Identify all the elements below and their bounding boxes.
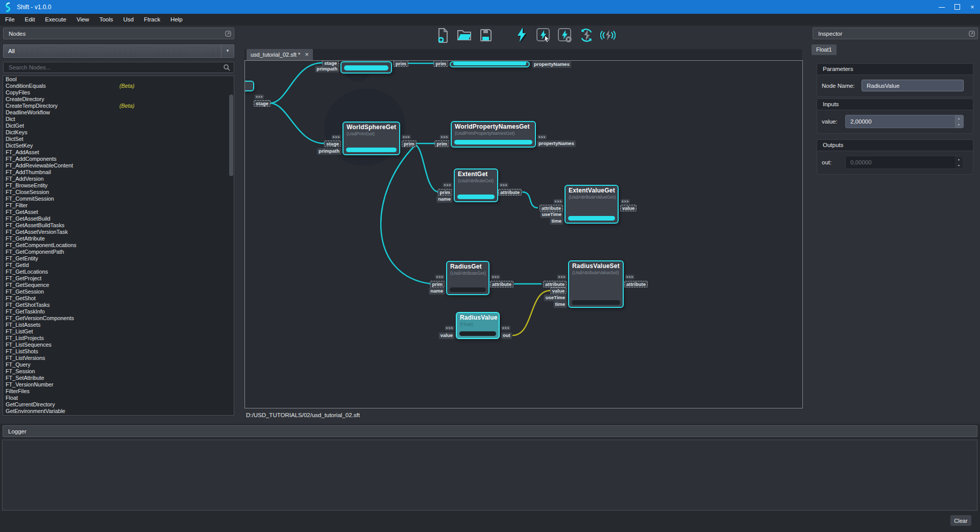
node-type-item[interactable]: FT_ListVersions: [3, 355, 234, 361]
wire[interactable]: [381, 146, 431, 284]
port-propertyNames[interactable]: propertyNames: [532, 61, 571, 68]
node-type-item[interactable]: FT_AddVersion: [3, 176, 234, 182]
exec-port[interactable]: >>>: [443, 183, 452, 187]
port-value[interactable]: value: [550, 287, 567, 294]
exec-port[interactable]: >>>: [491, 275, 500, 279]
port-primpath[interactable]: primpath: [317, 148, 341, 155]
port-prim[interactable]: prim: [402, 140, 416, 147]
node-type-item[interactable]: DictSetKey: [3, 142, 234, 149]
tab-usd-tutorial-02[interactable]: usd_tutorial_02.sft * ×: [247, 49, 313, 60]
node-type-item[interactable]: FT_AddThumbnail: [3, 169, 234, 176]
graph-node-ExtentValueGet[interactable]: ExtentValueGet(UsdAttributeValueGet): [565, 185, 619, 224]
node-type-item[interactable]: CreateTempDirectory(Beta): [3, 103, 234, 109]
save-graph-icon[interactable]: [478, 27, 494, 43]
close-button[interactable]: ×: [965, 0, 980, 14]
node-type-item[interactable]: FT_GetShotTasks: [3, 302, 234, 308]
node-type-item[interactable]: FT_ListAssets: [3, 322, 234, 328]
node-type-item[interactable]: FT_CloseSession: [3, 189, 234, 196]
node-type-item[interactable]: FT_GetShot: [3, 295, 234, 302]
node-type-item[interactable]: FT_AddComponents: [3, 156, 234, 162]
node-type-item[interactable]: FT_GetSequence: [3, 282, 234, 288]
node-type-item[interactable]: FT_ListSequences: [3, 342, 234, 348]
menu-usd[interactable]: Usd: [118, 14, 139, 26]
undock-icon[interactable]: [225, 31, 231, 37]
port-attribute[interactable]: attribute: [624, 281, 648, 287]
node-type-item[interactable]: CreateDirectory: [3, 96, 234, 103]
node-type-item[interactable]: FT_GetProject: [3, 275, 234, 282]
port-value[interactable]: value: [439, 332, 454, 339]
exec-port[interactable]: >>>: [557, 275, 567, 279]
port-time[interactable]: time: [550, 218, 563, 225]
menu-ftrack[interactable]: Ftrack: [139, 14, 165, 26]
node-type-item[interactable]: FT_AddReviewableContent: [3, 162, 234, 169]
exec-port[interactable]: >>>: [402, 135, 411, 139]
wire[interactable]: [522, 192, 538, 208]
menu-file[interactable]: File: [0, 14, 20, 26]
port-prim[interactable]: prim: [434, 140, 449, 147]
menu-tools[interactable]: Tools: [94, 14, 118, 26]
node-type-item[interactable]: DictGet: [3, 123, 234, 129]
node-type-item[interactable]: GetCurrentDirectory: [3, 401, 234, 408]
execute-icon[interactable]: [514, 27, 530, 43]
node-graph-canvas[interactable]: >>>stagestageprimpath>>>primprimproperty…: [244, 60, 803, 408]
menu-view[interactable]: View: [71, 14, 94, 26]
graph-node-ExtentGet[interactable]: ExtentGet(UsdAttributeGet): [454, 168, 498, 202]
node-type-item[interactable]: FT_GetAttribute: [3, 235, 234, 242]
node-type-item[interactable]: FT_GetAssetVersionTask: [3, 229, 234, 235]
spinner-buttons[interactable]: ▲▼: [954, 115, 963, 128]
search-nodes-input[interactable]: Search Nodes...: [3, 62, 234, 73]
node-type-item[interactable]: CopyFiles: [3, 89, 234, 96]
node-filter-dropdown[interactable]: All ▼: [3, 44, 234, 58]
node-type-item[interactable]: FT_GetTaskInfo: [3, 308, 234, 315]
graph-node-WorldSphereGet[interactable]: WorldSphereGet(UsdPrimGet): [342, 122, 400, 155]
node-type-item[interactable]: DeadlineWorkflow: [3, 109, 234, 116]
graph-node-WorldPropertyNamesGet[interactable]: WorldPropertyNamesGet(UsdPrimPropertyNam…: [451, 121, 536, 148]
port-stage[interactable]: stage: [254, 100, 271, 107]
graph-node-RadiusValueSet[interactable]: RadiusValueSet(UsdAttributeValueSet): [568, 260, 624, 308]
port-prim[interactable]: prim: [433, 60, 448, 67]
open-graph-icon[interactable]: [457, 27, 472, 43]
minimize-button[interactable]: —: [934, 0, 949, 14]
node-type-item[interactable]: FT_Query: [3, 361, 234, 368]
node-type-item[interactable]: Float: [3, 395, 234, 401]
node-type-item[interactable]: ConditionEquals(Beta): [3, 83, 234, 89]
wire[interactable]: [415, 144, 439, 192]
node-type-item[interactable]: FT_ListGet: [3, 328, 234, 335]
wire[interactable]: [270, 103, 325, 143]
port-name[interactable]: name: [436, 196, 452, 203]
node-type-item[interactable]: FT_GetComponentLocations: [3, 242, 234, 249]
port-attribute[interactable]: attribute: [540, 205, 563, 211]
inspector-tab-float1[interactable]: Float1: [812, 44, 837, 55]
port-time[interactable]: time: [553, 301, 567, 308]
port-propertyNames[interactable]: propertyNames: [537, 140, 576, 147]
exec-port[interactable]: >>>: [435, 275, 445, 279]
node-type-item[interactable]: DictKeys: [3, 129, 234, 136]
node-type-item[interactable]: FT_GetAsset: [3, 209, 234, 215]
tab-close-icon[interactable]: ×: [305, 50, 309, 60]
node-type-item[interactable]: FT_GetAssetBuildTasks: [3, 222, 234, 229]
execute-refresh-icon[interactable]: [579, 27, 594, 43]
port-prim[interactable]: prim: [394, 60, 408, 67]
port-attribute[interactable]: attribute: [543, 281, 567, 287]
exec-port[interactable]: >>>: [440, 135, 449, 139]
node-type-item[interactable]: FT_GetAssetBuild: [3, 215, 234, 222]
node-type-item[interactable]: FT_ListShots: [3, 348, 234, 355]
node-name-input[interactable]: RadiusValue: [862, 80, 964, 91]
exec-port[interactable]: >>>: [332, 135, 341, 139]
port-attribute[interactable]: attribute: [498, 189, 522, 196]
execute-selected-icon[interactable]: [536, 27, 551, 43]
value-spinbox[interactable]: 2,00000 ▲▼: [845, 115, 964, 128]
menu-help[interactable]: Help: [165, 14, 188, 26]
node-type-item[interactable]: FT_CommitSession: [3, 196, 234, 202]
maximize-button[interactable]: [949, 0, 965, 14]
graph-node-RadiusGet[interactable]: RadiusGet(UsdAttributeGet): [446, 261, 489, 295]
port-useTime[interactable]: useTime: [544, 295, 567, 301]
node-type-item[interactable]: FT_GetVersionComponents: [3, 315, 234, 322]
port-value[interactable]: value: [620, 205, 636, 211]
node-type-item[interactable]: FT_BrowseEntity: [3, 182, 234, 189]
node-type-item[interactable]: FT_VersionNumber: [3, 381, 234, 388]
undock-icon[interactable]: [969, 31, 975, 37]
execute-from-node-icon[interactable]: [557, 27, 573, 43]
node-type-item[interactable]: FT_Session: [3, 368, 234, 375]
port-stage[interactable]: stage: [324, 140, 341, 147]
